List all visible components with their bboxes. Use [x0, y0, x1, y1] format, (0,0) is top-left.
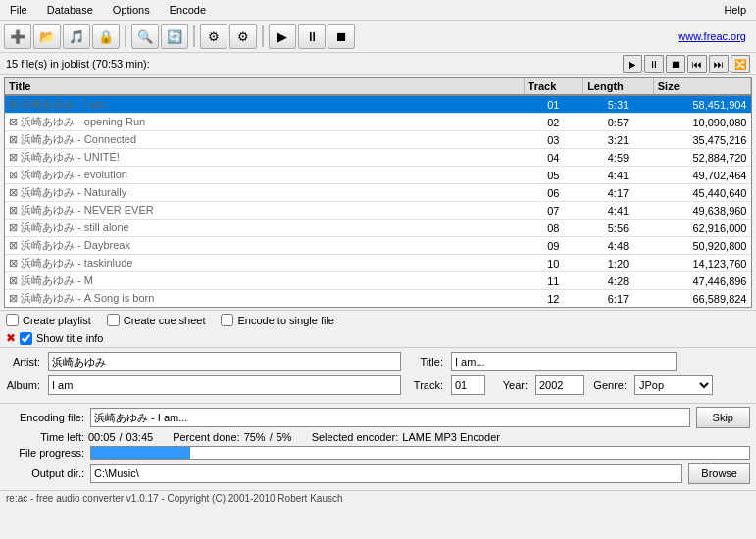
menu-help[interactable]: Help — [718, 2, 752, 18]
table-row[interactable]: ⊠ 浜崎あゆみ - evolution 05 4:41 49,702,464 — [5, 167, 751, 184]
show-title-info-cb[interactable] — [20, 332, 32, 345]
skip-button[interactable]: Skip — [696, 407, 750, 428]
row-track: 05 — [524, 167, 583, 184]
search-btn[interactable]: 🔍 — [131, 24, 159, 49]
track-label: Track: — [409, 379, 443, 391]
row-track: 03 — [524, 131, 583, 149]
time-total-value: 03:45 — [126, 431, 154, 443]
row-size: 45,440,640 — [653, 184, 750, 202]
year-label: Year: — [493, 379, 528, 391]
progress-bar-bg — [90, 446, 750, 460]
row-size: 47,446,896 — [653, 272, 750, 290]
metadata-section: Artist: Title: Album: Track: Year: Genre… — [0, 348, 756, 404]
add-files-btn[interactable]: ➕ — [4, 24, 31, 49]
row-size: 58,783,536 — [653, 308, 750, 309]
row-track: 02 — [524, 114, 583, 131]
col-header-length[interactable]: Length — [583, 78, 654, 95]
table-row[interactable]: ⊠ 浜崎あゆみ - still alone 08 5:56 62,916,000 — [5, 220, 751, 237]
add-folder-btn[interactable]: 📂 — [33, 24, 61, 49]
add-audio-btn[interactable]: 🎵 — [63, 24, 90, 49]
table-row[interactable]: ⊠ 浜崎あゆみ - A Song is born 12 6:17 66,589,… — [5, 290, 751, 308]
pb-prev[interactable]: ⏮ — [687, 55, 707, 73]
play-btn[interactable]: ▶ — [269, 24, 296, 49]
row-length: 5:31 — [583, 95, 654, 114]
row-length: 4:59 — [583, 149, 654, 167]
output-input[interactable] — [90, 464, 682, 483]
encode-single-file-cb[interactable] — [221, 314, 233, 326]
year-input[interactable] — [535, 375, 584, 395]
pb-pause[interactable]: ⏸ — [644, 55, 664, 73]
album-label: Album: — [6, 379, 40, 391]
table-row[interactable]: ⊠ 浜崎あゆみ - UNITE! 04 4:59 52,884,720 — [5, 149, 751, 167]
browse-button[interactable]: Browse — [688, 463, 750, 484]
row-size: 14,123,760 — [653, 255, 750, 272]
pb-play[interactable]: ▶ — [623, 55, 642, 73]
jobinfo-text: 15 file(s) in joblist (70:53 min): — [6, 58, 150, 70]
enc-time-row: Time left: 00:05 / 03:45 Percent done: 7… — [6, 431, 750, 443]
row-icon: ⊠ 浜崎あゆみ - still alone — [5, 220, 524, 237]
row-length: 6:17 — [583, 290, 654, 308]
pb-shuffle[interactable]: 🔀 — [731, 55, 750, 73]
x-icon: ✖ — [6, 331, 16, 345]
enc-file-input[interactable] — [90, 408, 690, 427]
time-left-label: Time left: — [6, 431, 84, 443]
col-header-title[interactable]: Title — [5, 78, 524, 95]
row-icon: ⊠ 浜崎あゆみ - I am... — [5, 95, 524, 114]
menu-encode[interactable]: Encode — [164, 2, 212, 18]
progress-label: File progress: — [6, 447, 84, 459]
row-icon: ⊠ 浜崎あゆみ - UNITE! — [5, 149, 524, 167]
encode-single-file-text: Encode to single file — [237, 315, 333, 326]
table-row[interactable]: ⊠ 浜崎あゆみ - Naturally 06 4:17 45,440,640 — [5, 184, 751, 202]
col-header-track[interactable]: Track — [524, 78, 583, 95]
show-title-info-row: ✖ Show title info — [0, 329, 756, 348]
row-length: 4:41 — [583, 167, 654, 184]
row-track: 10 — [524, 255, 583, 272]
table-row[interactable]: ⊠ 浜崎あゆみ - Connected 03 3:21 35,475,216 — [5, 131, 751, 149]
row-length: 4:41 — [583, 202, 654, 220]
table-row[interactable]: ⊠ 浜崎あゆみ - I am... 01 5:31 58,451,904 — [5, 95, 751, 114]
menu-file[interactable]: File — [4, 2, 33, 18]
stop-stop-btn[interactable]: ⏹ — [328, 24, 355, 49]
artist-input[interactable] — [48, 352, 401, 371]
create-playlist-label: Create playlist — [6, 314, 91, 326]
bottom-checkboxes: Create playlist Create cue sheet Encode … — [0, 310, 756, 329]
enc-file-label: Encoding file: — [6, 412, 84, 423]
album-input[interactable] — [48, 375, 401, 395]
pause-btn[interactable]: ⏸ — [298, 24, 326, 49]
table-row[interactable]: ⊠ 浜崎あゆみ - NEVER EVER 07 4:41 49,638,960 — [5, 202, 751, 220]
title-input[interactable] — [451, 352, 677, 371]
table-row[interactable]: ⊠ 浜崎あゆみ - taskinlude 10 1:20 14,123,760 — [5, 255, 751, 272]
row-icon: ⊠ 浜崎あゆみ - NEVER EVER — [5, 202, 524, 220]
menu-database[interactable]: Database — [41, 2, 99, 18]
create-cue-sheet-cb[interactable] — [107, 314, 120, 326]
row-length: 3:21 — [583, 131, 654, 149]
refresh-btn[interactable]: 🔄 — [161, 24, 188, 49]
row-icon: ⊠ 浜崎あゆみ - Daybreak — [5, 237, 524, 255]
pb-stop[interactable]: ⏹ — [666, 55, 685, 73]
filelist-body: ⊠ 浜崎あゆみ - I am... 01 5:31 58,451,904 ⊠ 浜… — [5, 95, 751, 308]
row-track: 13 — [524, 308, 583, 309]
row-length: 1:20 — [583, 255, 654, 272]
row-length: 5:56 — [583, 220, 654, 237]
genre-select[interactable]: JPop Pop Rock Jazz Classical Other — [634, 375, 713, 395]
table-row[interactable]: ⊠ 浜崎あゆみ - opening Run 02 0:57 10,090,080 — [5, 114, 751, 131]
row-length: 4:28 — [583, 272, 654, 290]
menu-options[interactable]: Options — [107, 2, 156, 18]
track-input[interactable] — [451, 375, 485, 395]
album-row: Album: Track: Year: Genre: JPop Pop Rock… — [6, 375, 750, 395]
col-header-size[interactable]: Size — [653, 78, 750, 95]
row-size: 35,475,216 — [653, 131, 750, 149]
freac-link[interactable]: www.freac.org — [678, 30, 752, 42]
create-playlist-cb[interactable] — [6, 314, 19, 326]
artist-label: Artist: — [6, 356, 40, 368]
settings-btn[interactable]: ⚙ — [200, 24, 227, 49]
settings2-btn[interactable]: ⚙ — [229, 24, 257, 49]
playback-controls: ▶ ⏸ ⏹ ⏮ ⏭ 🔀 — [623, 55, 750, 73]
table-row[interactable]: ⊠ 浜崎あゆみ - Dearest 13 5:33 58,783,536 — [5, 308, 751, 309]
table-row[interactable]: ⊠ 浜崎あゆみ - M 11 4:28 47,446,896 — [5, 272, 751, 290]
encoder-value: LAME MP3 Encoder — [402, 431, 500, 443]
table-row[interactable]: ⊠ 浜崎あゆみ - Daybreak 09 4:48 50,920,800 — [5, 237, 751, 255]
pb-next[interactable]: ⏭ — [709, 55, 729, 73]
row-size: 66,589,824 — [653, 290, 750, 308]
add-url-btn[interactable]: 🔒 — [92, 24, 120, 49]
